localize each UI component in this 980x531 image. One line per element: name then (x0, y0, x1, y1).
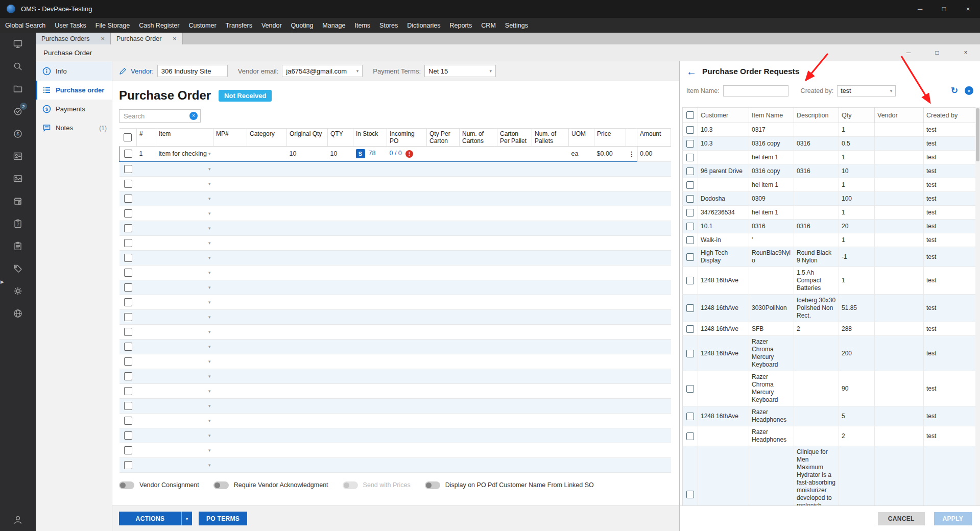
actions-dropdown-caret-icon[interactable]: ▾ (181, 512, 192, 525)
row-checkbox[interactable] (124, 298, 132, 306)
cell-item[interactable]: ▾ (156, 235, 213, 250)
row-checkbox[interactable] (124, 180, 132, 188)
back-arrow-icon[interactable]: ← (686, 66, 697, 77)
dropdown-caret-icon[interactable]: ▾ (208, 300, 211, 305)
settings-gear-icon[interactable] (0, 280, 36, 302)
minimize-icon[interactable]: ─ (894, 44, 923, 61)
request-row[interactable]: 1248 16thAveRazer Headphones5test (683, 406, 977, 426)
dropdown-caret-icon[interactable]: ▾ (208, 389, 211, 394)
row-checkbox[interactable] (124, 150, 132, 158)
row-checkbox[interactable] (686, 223, 694, 230)
request-row[interactable]: 10.303171test (683, 123, 977, 137)
select-all-checkbox[interactable] (124, 133, 132, 141)
cell-item[interactable]: ▾ (156, 161, 213, 176)
dropdown-caret-icon[interactable]: ▾ (208, 255, 211, 260)
panel-close-icon[interactable]: × (965, 86, 973, 95)
request-row[interactable]: Razer Chroma Mercury Keyboard90test (683, 371, 977, 406)
request-row[interactable]: 1248 16thAve1.5 Ah Compact Batteries1tes… (683, 267, 977, 295)
sidebar-item-notes[interactable]: Notes (1) (36, 118, 112, 137)
cancel-button[interactable]: CANCEL (878, 512, 925, 525)
vendor-input[interactable]: 306 Industry Site (157, 65, 228, 77)
toggle-switch[interactable] (425, 481, 440, 489)
menu-item-reports[interactable]: Reports (445, 18, 477, 33)
cash-icon[interactable]: $ (0, 123, 36, 145)
po-col-header-num-of-pallets[interactable]: Num. of Pallets (532, 129, 569, 147)
row-checkbox[interactable] (686, 181, 694, 189)
row-menu-icon[interactable]: ⋮ (626, 146, 637, 161)
row-checkbox[interactable] (686, 167, 694, 175)
request-row[interactable]: 3476236534hel item 11test (683, 206, 977, 220)
dropdown-caret-icon[interactable]: ▾ (208, 359, 211, 364)
row-checkbox[interactable] (686, 140, 694, 148)
cell-item[interactable]: ▾ (156, 176, 213, 191)
cell-qty[interactable]: 10 (328, 146, 353, 161)
request-row[interactable]: Walk-in'1test (683, 233, 977, 247)
tag-icon[interactable] (0, 257, 36, 280)
clipboard-question-icon[interactable]: ? (0, 212, 36, 235)
menu-item-crm[interactable]: CRM (476, 18, 500, 33)
req-col-header-customer[interactable]: Customer (698, 108, 749, 123)
row-checkbox[interactable] (124, 239, 132, 247)
req-col-header-vendor[interactable]: Vendor (875, 108, 924, 123)
po-col-header-original-qty[interactable]: Original Qty (287, 129, 328, 147)
close-icon[interactable]: × (951, 44, 980, 61)
request-row[interactable]: Clinique for Men Maximum Hydrator is a f… (683, 446, 977, 505)
panel-expander-icon[interactable]: ▶ (1, 279, 4, 284)
cell-item[interactable]: ▾ (156, 457, 213, 472)
row-checkbox[interactable] (124, 283, 132, 292)
tab-purchase-orders[interactable]: Purchase Orders × (36, 33, 111, 44)
po-col-header-item[interactable]: Item (156, 129, 213, 147)
po-col-header-col[interactable]: # (137, 129, 156, 147)
cell-item[interactable]: ▾ (156, 369, 213, 383)
restore-icon[interactable]: □ (923, 44, 951, 61)
cell-item[interactable]: ▾ (156, 324, 213, 339)
toggle-switch[interactable] (213, 481, 229, 489)
po-col-header-num-of-cartons[interactable]: Num. of Cartons (460, 129, 497, 147)
row-checkbox[interactable] (124, 387, 132, 395)
po-col-header-amount[interactable]: Amount (637, 129, 671, 147)
menu-item-items[interactable]: Items (350, 18, 375, 33)
folder-icon[interactable] (0, 78, 36, 100)
dropdown-caret-icon[interactable]: ▾ (208, 270, 211, 275)
row-checkbox[interactable] (124, 446, 132, 454)
cell-item[interactable]: ▾ (156, 413, 213, 428)
dropdown-caret-icon[interactable]: ▾ (208, 463, 211, 468)
refresh-icon[interactable]: ↻ (951, 85, 958, 96)
row-checkbox[interactable] (686, 209, 694, 216)
dropdown-caret-icon[interactable]: ▾ (208, 374, 211, 379)
cell-item[interactable]: ▾ (156, 443, 213, 457)
cell-item[interactable]: ▾ (156, 191, 213, 206)
cell-item[interactable]: ▾ (156, 280, 213, 295)
row-checkbox[interactable] (686, 304, 694, 312)
request-row[interactable]: 1248 16thAveRazer Chroma Mercury Keyboar… (683, 336, 977, 371)
clipboard-icon[interactable] (0, 235, 36, 257)
row-checkbox[interactable] (124, 313, 132, 321)
po-col-header-qty-per-carton[interactable]: Qty Per Carton (427, 129, 460, 147)
cell-item[interactable]: ▾ (156, 295, 213, 309)
request-row[interactable]: 96 parent Drive0316 copy031610test (683, 164, 977, 178)
row-checkbox[interactable] (124, 431, 132, 440)
po-col-header-qty[interactable]: QTY (328, 129, 353, 147)
po-col-header-category[interactable]: Category (247, 129, 287, 147)
row-checkbox[interactable] (686, 154, 694, 161)
dropdown-caret-icon[interactable]: ▾ (208, 181, 211, 186)
request-row[interactable]: High Tech DisplayRounBlac9NyloRound Blac… (683, 247, 977, 267)
request-row[interactable]: Razer Headphones2test (683, 426, 977, 446)
cell-item[interactable]: ▾ (156, 265, 213, 280)
tab-purchase-order[interactable]: Purchase Order × (111, 33, 183, 44)
req-col-header-created-by[interactable]: Created by (924, 108, 977, 123)
row-checkbox[interactable] (124, 224, 132, 232)
row-checkbox[interactable] (686, 385, 694, 393)
row-checkbox[interactable] (124, 195, 132, 203)
row-checkbox[interactable] (686, 491, 694, 498)
cell-item[interactable]: ▾ (156, 250, 213, 265)
request-row[interactable]: 1248 16thAve3030PoliNonIceberg 30x30 Pol… (683, 295, 977, 322)
row-checkbox[interactable] (124, 269, 132, 277)
dropdown-caret-icon[interactable]: ▾ (208, 166, 211, 172)
req-col-header-description[interactable]: Description (794, 108, 839, 123)
row-checkbox[interactable] (686, 126, 694, 134)
row-checkbox[interactable] (686, 350, 694, 357)
request-row[interactable]: 10.10316031620test (683, 220, 977, 233)
sidebar-item-purchase-order[interactable]: Purchase order (36, 81, 112, 100)
row-checkbox[interactable] (124, 357, 132, 366)
